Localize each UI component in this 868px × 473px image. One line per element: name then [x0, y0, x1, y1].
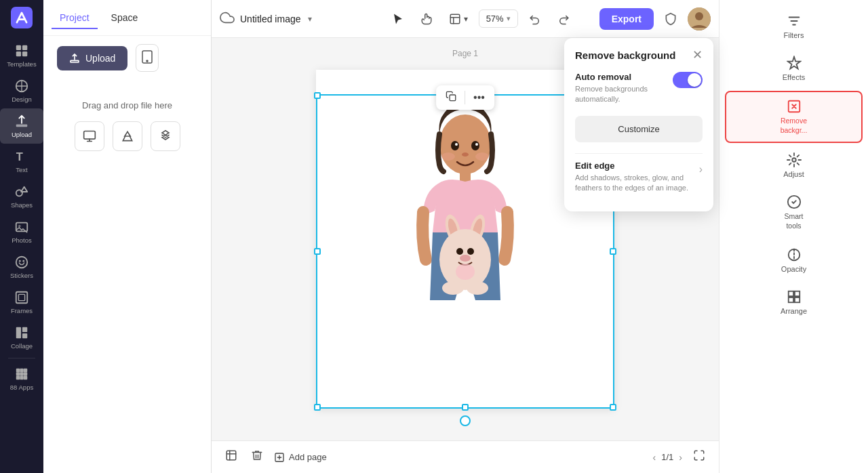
fullscreen-button[interactable]	[690, 447, 708, 468]
right-panel-smart-tools[interactable]: Smarttools	[719, 188, 868, 237]
hand-tool-button[interactable]	[415, 9, 438, 29]
edit-edge-text: Edit edge Add shadows, strokes, glow, an…	[575, 161, 699, 194]
svg-rect-25	[24, 372, 28, 376]
svg-point-55	[460, 255, 471, 262]
drag-drop-icons	[75, 121, 180, 151]
svg-rect-28	[24, 376, 28, 380]
cloud-icon	[220, 10, 235, 28]
export-button[interactable]: Export	[599, 8, 654, 30]
edit-edge-row[interactable]: Edit edge Add shadows, strokes, glow, an…	[575, 153, 703, 201]
sidebar-item-templates[interactable]: Templates	[0, 38, 43, 73]
drive-upload-button[interactable]	[113, 121, 142, 151]
panel-title: Remove background	[575, 49, 675, 61]
edit-edge-heading: Edit edge	[575, 161, 699, 171]
sidebar-item-stickers[interactable]: Stickers	[0, 249, 43, 285]
auto-removal-text: Auto removal Remove backgrounds automati…	[575, 72, 673, 105]
svg-rect-38	[450, 95, 456, 101]
svg-rect-67	[794, 291, 799, 295]
svg-rect-33	[450, 14, 460, 24]
auto-removal-toggle[interactable]	[673, 72, 703, 88]
svg-rect-23	[16, 372, 20, 376]
svg-rect-66	[788, 291, 793, 295]
svg-rect-18	[22, 327, 27, 332]
delete-page-button[interactable]	[248, 447, 266, 468]
tab-project[interactable]: Project	[52, 7, 98, 28]
right-panel-opacity[interactable]: Opacity	[719, 241, 868, 280]
upload-row: Upload	[43, 36, 211, 80]
svg-point-54	[467, 248, 474, 255]
rotate-handle[interactable]	[460, 415, 471, 426]
sidebar-item-apps[interactable]: 88 Apps	[0, 361, 43, 396]
svg-point-31	[146, 60, 148, 62]
zoom-control[interactable]: 57% ▾	[479, 9, 518, 28]
pointer-tool-button[interactable]	[387, 9, 410, 29]
panel-header: Remove background ✕	[575, 49, 703, 61]
svg-rect-16	[18, 294, 24, 300]
copy-button[interactable]	[443, 89, 459, 106]
svg-rect-4	[16, 52, 21, 56]
sidebar-item-collage[interactable]: Collage	[0, 320, 43, 355]
more-options-button[interactable]: •••	[471, 90, 488, 105]
document-title: Untitled image	[240, 14, 301, 24]
svg-point-41	[471, 141, 479, 150]
svg-rect-69	[794, 297, 799, 302]
svg-rect-17	[16, 327, 21, 339]
svg-rect-27	[20, 376, 24, 380]
right-panel-arrange[interactable]: Arrange	[719, 283, 868, 322]
drag-drop-area[interactable]: Drag and drop file here	[43, 80, 211, 171]
tab-space[interactable]: Space	[103, 7, 146, 28]
svg-point-12	[16, 257, 28, 268]
drag-drop-label: Drag and drop file here	[82, 100, 172, 110]
svg-rect-7	[16, 125, 28, 127]
svg-point-40	[451, 141, 459, 150]
right-panel-filters[interactable]: Filters	[719, 7, 868, 46]
right-panel-adjust[interactable]: Adjust	[719, 146, 868, 185]
remove-bg-panel: Remove background ✕ Auto removal Remove …	[564, 38, 713, 211]
dropbox-upload-button[interactable]	[151, 121, 180, 151]
svg-rect-0	[11, 7, 33, 28]
sidebar-item-photos[interactable]: Photos	[0, 214, 43, 249]
sidebar-item-frames[interactable]: Frames	[0, 285, 43, 320]
grid-view-button[interactable]	[222, 447, 240, 468]
next-page-button[interactable]: ›	[679, 452, 682, 463]
add-page-button[interactable]: Add page	[274, 452, 327, 463]
sidebar-item-design[interactable]: Design	[0, 73, 43, 108]
user-avatar[interactable]	[688, 7, 711, 30]
svg-rect-2	[16, 45, 21, 50]
page-indicator: 1/1	[661, 452, 673, 462]
panel-close-button[interactable]: ✕	[692, 49, 703, 61]
app-logo[interactable]	[9, 5, 34, 30]
svg-rect-29	[71, 60, 79, 62]
svg-point-11	[18, 225, 21, 228]
prev-page-button[interactable]: ‹	[653, 452, 656, 463]
right-panel-effects[interactable]: Effects	[719, 49, 868, 88]
svg-point-37	[695, 12, 703, 20]
right-panel: Filters Effects Removebackgr... Adjust S…	[719, 0, 868, 473]
page-nav: ‹ 1/1 ›	[653, 452, 682, 463]
svg-point-46	[475, 152, 489, 161]
svg-rect-68	[788, 297, 793, 302]
mobile-view-button[interactable]	[136, 44, 159, 72]
svg-point-53	[456, 248, 463, 255]
svg-rect-15	[16, 292, 28, 304]
page-label: Page 1	[452, 49, 478, 58]
title-chevron-icon[interactable]: ▾	[308, 14, 312, 24]
svg-rect-21	[20, 369, 24, 373]
auto-removal-description: Remove backgrounds automatically.	[575, 84, 673, 105]
device-upload-button[interactable]	[75, 121, 104, 151]
shield-icon[interactable]	[659, 7, 682, 30]
svg-point-43	[475, 143, 478, 146]
svg-point-45	[441, 152, 455, 161]
svg-rect-20	[16, 369, 20, 373]
sidebar-item-text[interactable]: T Text	[0, 144, 43, 179]
right-panel-remove-bg[interactable]: Removebackgr...	[725, 91, 863, 143]
sidebar-item-upload[interactable]: Upload	[0, 108, 43, 144]
upload-button[interactable]: Upload	[57, 46, 127, 70]
customize-button[interactable]: Customize	[575, 116, 703, 142]
sidebar-item-shapes[interactable]: Shapes	[0, 179, 43, 214]
svg-rect-59	[226, 451, 236, 460]
svg-rect-26	[16, 376, 20, 380]
undo-button[interactable]	[524, 9, 547, 29]
layout-button[interactable]: ▾	[443, 9, 473, 29]
redo-button[interactable]	[552, 9, 575, 29]
